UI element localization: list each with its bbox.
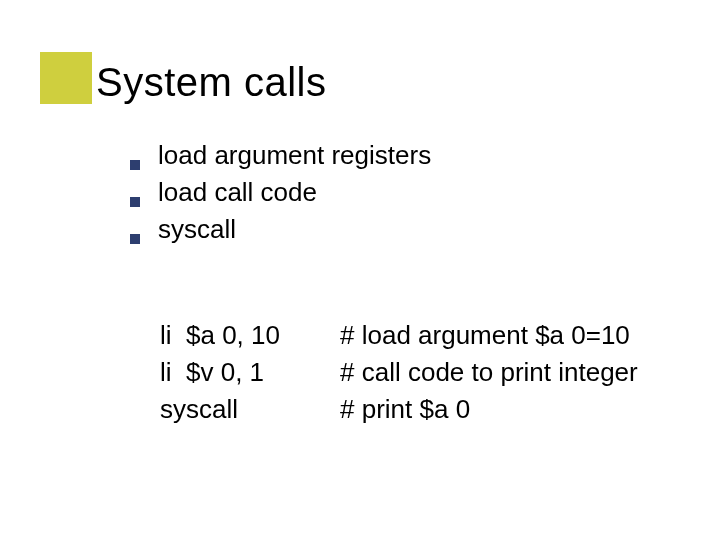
code-comment: # call code to print integer <box>340 357 638 388</box>
list-item: syscall <box>130 214 431 245</box>
slide: System calls load argument registers loa… <box>0 0 720 540</box>
code-comment: # load argument $a 0=10 <box>340 320 630 351</box>
list-item: load argument registers <box>130 140 431 171</box>
square-bullet-icon <box>130 160 140 170</box>
square-bullet-icon <box>130 197 140 207</box>
bullet-text: load argument registers <box>158 140 431 171</box>
code-comment: # print $a 0 <box>340 394 470 425</box>
title-accent-box <box>40 52 92 104</box>
square-bullet-icon <box>130 234 140 244</box>
bullet-list: load argument registers load call code s… <box>130 140 431 251</box>
code-row: li $v 0, 1 # call code to print integer <box>160 357 638 388</box>
code-block: li $a 0, 10 # load argument $a 0=10 li $… <box>160 320 638 431</box>
list-item: load call code <box>130 177 431 208</box>
code-instruction: li $v 0, 1 <box>160 357 340 388</box>
bullet-text: syscall <box>158 214 236 245</box>
code-row: li $a 0, 10 # load argument $a 0=10 <box>160 320 638 351</box>
code-instruction: syscall <box>160 394 340 425</box>
code-instruction: li $a 0, 10 <box>160 320 340 351</box>
code-row: syscall # print $a 0 <box>160 394 638 425</box>
slide-title: System calls <box>96 60 327 105</box>
bullet-text: load call code <box>158 177 317 208</box>
